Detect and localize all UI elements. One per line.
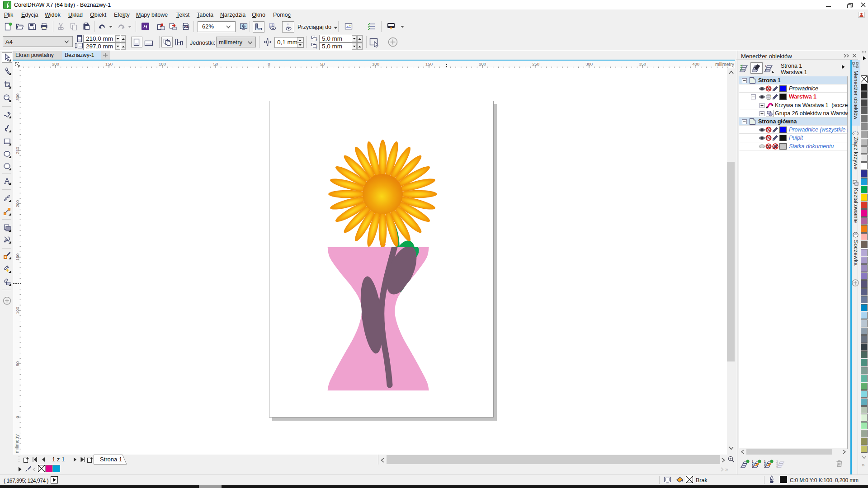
svg-text:3: 3	[752, 465, 754, 468]
svg-text:5: 5	[764, 465, 766, 468]
svg-text:6: 6	[776, 465, 778, 468]
svg-text:Strona 1: Strona 1	[100, 456, 122, 463]
